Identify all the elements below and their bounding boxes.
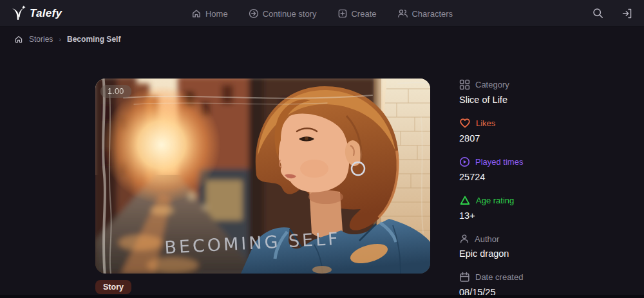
meta-label: Age rating (476, 196, 514, 205)
meta-likes: Likes 2807 (459, 118, 523, 144)
continue-story-icon (249, 8, 259, 19)
nav-label: Home (205, 9, 228, 19)
breadcrumb: Stories › Becoming Self (0, 27, 644, 51)
breadcrumb-item-stories[interactable]: Stories (29, 35, 53, 44)
meta-age-rating: Age rating 13+ (459, 195, 523, 221)
navbar-right (592, 7, 634, 20)
person-icon (459, 234, 469, 244)
meta-value: 13+ (459, 210, 523, 221)
meta-category: Category Slice of Life (459, 79, 523, 105)
create-icon (337, 8, 347, 19)
nav-item-characters[interactable]: Characters (397, 8, 453, 19)
story-cover[interactable]: BECOMING SELF 1.00 (95, 79, 430, 274)
meta-author: Author Epic dragon (459, 234, 523, 259)
talefy-logo-icon (10, 5, 26, 22)
play-circle-icon (459, 156, 470, 167)
grid-icon (459, 79, 470, 90)
breadcrumb-home-icon[interactable] (14, 35, 23, 44)
nav-item-continue-story[interactable]: Continue story (249, 8, 317, 19)
meta-date-created: Date created 08/15/25 (459, 272, 523, 297)
nav-label: Characters (412, 9, 453, 19)
breadcrumb-item-current: Becoming Self (67, 35, 120, 44)
brand-name: Talefy (30, 7, 62, 20)
meta-played-times: Played times 25724 (459, 156, 523, 182)
nav-label: Continue story (263, 9, 317, 19)
meta-value: 2807 (459, 133, 523, 144)
playback-speed-badge[interactable]: 1.00 (100, 85, 131, 98)
meta-value: Slice of Life (459, 95, 523, 105)
meta-label: Date created (475, 272, 523, 282)
characters-icon (397, 8, 408, 19)
top-navbar: Talefy Home Continue story Create (0, 0, 644, 27)
triangle-icon (459, 195, 471, 206)
main-nav: Home Continue story Create Characters (191, 0, 453, 27)
story-type-badge[interactable]: Story (95, 280, 131, 294)
meta-label: Played times (475, 157, 523, 167)
heart-icon (459, 118, 471, 129)
meta-label: Category (475, 80, 509, 89)
login-icon[interactable] (621, 7, 634, 20)
meta-value: 25724 (459, 172, 523, 182)
home-icon (191, 8, 202, 19)
nav-label: Create (351, 9, 376, 19)
page-bottom-edge (0, 295, 644, 298)
cover-image-illustration: BECOMING SELF (95, 79, 430, 274)
search-icon[interactable] (592, 7, 604, 19)
meta-label: Likes (476, 118, 495, 128)
breadcrumb-separator: › (59, 35, 61, 43)
story-meta: Category Slice of Life Likes 2807 Played… (459, 79, 523, 298)
nav-item-create[interactable]: Create (337, 8, 376, 19)
brand-logo[interactable]: Talefy (10, 5, 62, 22)
meta-value: Epic dragon (459, 248, 523, 259)
meta-label: Author (475, 234, 499, 244)
calendar-icon (459, 272, 470, 283)
cover-column: BECOMING SELF 1.00 Story (95, 79, 430, 298)
main-content: BECOMING SELF 1.00 Story Category Slice (0, 79, 644, 298)
nav-item-home[interactable]: Home (191, 8, 228, 19)
